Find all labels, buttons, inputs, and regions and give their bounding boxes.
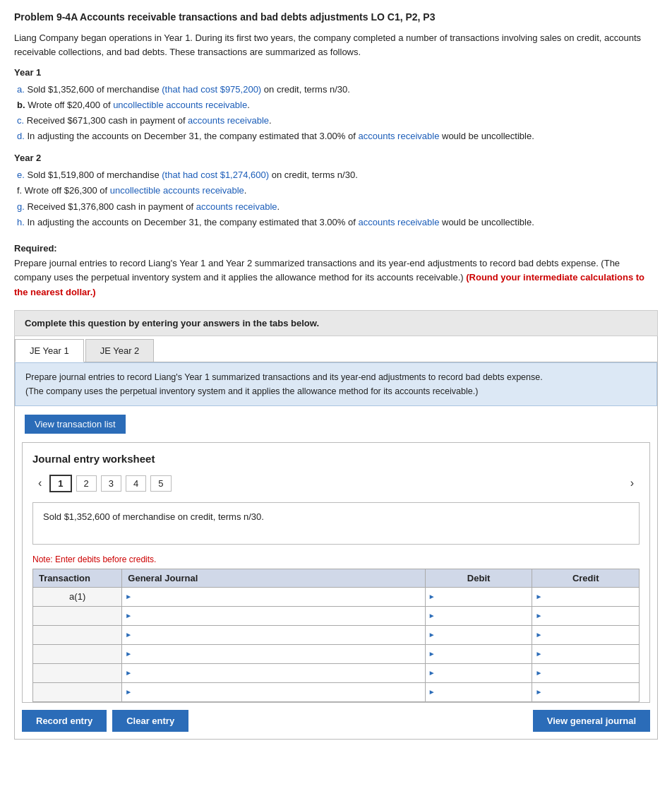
arrow-icon-6: ► [125,688,132,696]
journal-input-4[interactable] [132,646,422,662]
journal-cell-2: ► [122,606,426,625]
credit-cell-4: ► [532,644,640,663]
debit-arrow-3: ► [428,631,436,639]
journal-input-2[interactable] [132,608,422,624]
arrow-icon-2: ► [125,612,132,619]
journal-cell-6: ► [122,682,426,701]
journal-cell-1: ► [122,587,426,606]
arrow-icon-3: ► [125,631,132,639]
credit-cell-3: ► [532,625,640,644]
journal-table: Transaction General Journal Debit Credit… [32,569,640,702]
debit-input-4[interactable] [436,646,529,662]
table-row: a(1) ► ► [33,587,640,606]
transaction-cell-5 [33,663,122,682]
pagination-row: ‹ 1 2 3 4 5 › [32,475,640,492]
tab-je-year2[interactable]: JE Year 2 [85,339,155,362]
arrow-icon-4: ► [125,650,132,658]
page-5[interactable]: 5 [150,475,171,492]
year2-transaction-e: e. Sold $1,519,800 of merchandise (that … [17,167,658,183]
bottom-buttons: Record entry Clear entry View general jo… [22,710,650,732]
year2-transaction-f: f. Wrote off $26,300 of uncollectible ac… [17,183,658,198]
col-debit: Debit [425,569,532,587]
table-row: ► ► ► [33,663,640,682]
table-row: ► ► ► [33,682,640,701]
year1-transaction-c: c. Received $671,300 cash in payment of … [17,113,658,129]
year2-transaction-g: g. Received $1,376,800 cash in payment o… [17,199,658,215]
journal-input-1[interactable] [132,589,422,605]
required-section: Required: Prepare journal entries to rec… [14,242,658,300]
credit-arrow-1: ► [535,593,542,600]
col-general-journal: General Journal [122,569,426,587]
view-general-journal-button[interactable]: View general journal [533,710,650,732]
instruction-box: Complete this question by entering your … [14,310,658,336]
journal-cell-5: ► [122,663,426,682]
credit-input-5[interactable] [542,665,636,681]
debit-input-1[interactable] [436,589,529,605]
arrow-icon-1: ► [125,593,132,600]
credit-cell-2: ► [532,606,640,625]
tab-je-year1[interactable]: JE Year 1 [15,339,84,362]
table-row: ► ► ► [33,625,640,644]
page-1[interactable]: 1 [49,475,71,492]
tabs-container: JE Year 1 JE Year 2 Prepare journal entr… [14,336,658,740]
debit-input-3[interactable] [436,627,529,643]
journal-input-3[interactable] [132,627,422,643]
debit-cell-3: ► [425,625,532,644]
record-entry-button[interactable]: Record entry [22,710,107,732]
debit-arrow-6: ► [428,688,436,696]
journal-cell-4: ► [122,644,426,663]
transaction-cell-6 [33,682,122,701]
credit-cell-1: ► [532,587,640,606]
prev-page-button[interactable]: ‹ [32,475,47,491]
debit-cell-6: ► [425,682,532,701]
table-row: ► ► ► [33,606,640,625]
info-banner: Prepare journal entries to record Liang'… [15,362,657,406]
credit-input-4[interactable] [542,646,636,662]
clear-entry-button[interactable]: Clear entry [112,710,188,732]
next-page-button[interactable]: › [625,475,640,491]
tab-content: Prepare journal entries to record Liang'… [15,362,657,732]
transaction-cell-2 [33,606,122,625]
page-3[interactable]: 3 [101,475,121,492]
journal-input-5[interactable] [132,665,422,681]
required-label: Required: [14,243,57,254]
year1-transaction-b: b. Wrote off $20,400 of uncollectible ac… [17,97,658,113]
credit-arrow-5: ► [535,669,542,677]
col-transaction: Transaction [33,569,122,587]
view-transaction-button[interactable]: View transaction list [25,415,126,434]
year1-heading: Year 1 [14,67,658,78]
worksheet-card: Journal entry worksheet ‹ 1 2 3 4 5 › So… [22,442,650,703]
debit-cell-2: ► [425,606,532,625]
credit-input-1[interactable] [542,589,636,605]
transaction-cell-3 [33,625,122,644]
year2-transaction-h: h. In adjusting the accounts on December… [17,215,658,230]
debit-input-2[interactable] [436,608,529,624]
debit-input-5[interactable] [436,665,529,681]
credit-input-2[interactable] [542,608,636,624]
transaction-cell-1: a(1) [33,587,122,606]
credit-cell-6: ► [532,682,640,701]
year2-heading: Year 2 [14,153,658,163]
note-text: Note: Enter debits before credits. [32,554,640,564]
debit-input-6[interactable] [436,684,529,700]
credit-input-3[interactable] [542,627,636,643]
tabs-row: JE Year 1 JE Year 2 [15,336,657,362]
problem-title: Problem 9-4A Accounts receivable transac… [14,11,658,23]
year1-transactions: a. Sold $1,352,600 of merchandise (that … [17,82,658,144]
page-4[interactable]: 4 [126,475,146,492]
journal-input-6[interactable] [132,684,422,700]
year1-transaction-d: d. In adjusting the accounts on December… [17,129,658,144]
year1-transaction-a: a. Sold $1,352,600 of merchandise (that … [17,82,658,97]
journal-cell-3: ► [122,625,426,644]
debit-arrow-2: ► [428,612,436,619]
credit-input-6[interactable] [542,684,636,700]
transaction-description: Sold $1,352,600 of merchandise on credit… [32,502,640,545]
page-2[interactable]: 2 [76,475,97,492]
debit-cell-5: ► [425,663,532,682]
transaction-cell-4 [33,644,122,663]
debit-cell-4: ► [425,644,532,663]
credit-cell-5: ► [532,663,640,682]
debit-arrow-5: ► [428,669,436,677]
credit-arrow-3: ► [535,631,542,639]
credit-arrow-6: ► [535,688,542,696]
